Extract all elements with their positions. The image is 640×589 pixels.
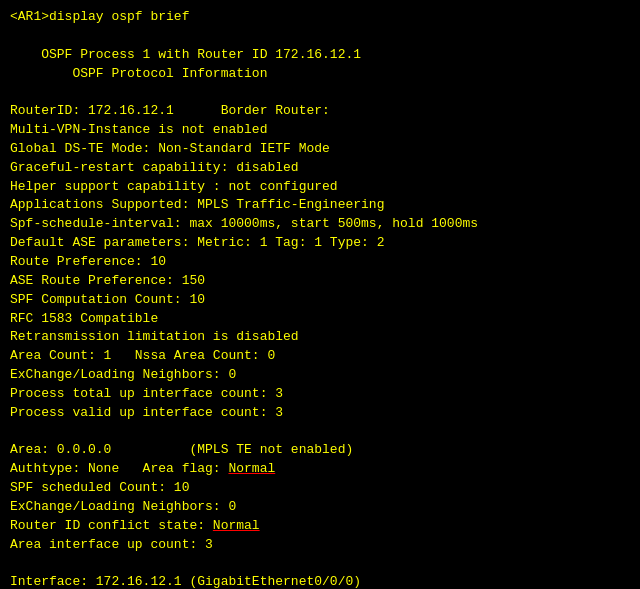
exchange-line2: ExChange/Loading Neighbors: 0 — [10, 498, 630, 517]
ase-pref-line: ASE Route Preference: 150 — [10, 272, 630, 291]
spf-sched-count-line: SPF scheduled Count: 10 — [10, 479, 630, 498]
exchange-line: ExChange/Loading Neighbors: 0 — [10, 366, 630, 385]
blank-line-2 — [10, 83, 630, 102]
spf-count-line: SPF Computation Count: 10 — [10, 291, 630, 310]
total-iface-line: Process total up interface count: 3 — [10, 385, 630, 404]
rfc-line: RFC 1583 Compatible — [10, 310, 630, 329]
area-iface-line: Area interface up count: 3 — [10, 536, 630, 555]
area-flag-normal: Normal — [228, 461, 275, 476]
apps-line: Applications Supported: MPLS Traffic-Eng… — [10, 196, 630, 215]
interface-line: Interface: 172.16.12.1 (GigabitEthernet0… — [10, 573, 630, 589]
ospf-header-1: OSPF Process 1 with Router ID 172.16.12.… — [10, 46, 630, 65]
ds-te-line: Global DS-TE Mode: Non-Standard IETF Mod… — [10, 140, 630, 159]
helper-line: Helper support capability : not configur… — [10, 178, 630, 197]
spf-schedule-line: Spf-schedule-interval: max 10000ms, star… — [10, 215, 630, 234]
route-pref-line: Route Preference: 10 — [10, 253, 630, 272]
area-count-line: Area Count: 1 Nssa Area Count: 0 — [10, 347, 630, 366]
blank-line-3 — [10, 423, 630, 442]
prompt-line: <AR1>display ospf brief — [10, 8, 630, 27]
multi-vpn-line: Multi-VPN-Instance is not enabled — [10, 121, 630, 140]
retransmit-line: Retransmission limitation is disabled — [10, 328, 630, 347]
conflict-line: Router ID conflict state: Normal — [10, 517, 630, 536]
blank-line-4 — [10, 554, 630, 573]
ase-params-line: Default ASE parameters: Metric: 1 Tag: 1… — [10, 234, 630, 253]
router-id-line: RouterID: 172.16.12.1 Border Router: — [10, 102, 630, 121]
terminal: <AR1>display ospf brief OSPF Process 1 w… — [0, 0, 640, 589]
authtype-line: Authtype: None Area flag: Normal — [10, 460, 630, 479]
blank-line-1 — [10, 27, 630, 46]
ospf-header-2: OSPF Protocol Information — [10, 65, 630, 84]
area-line: Area: 0.0.0.0 (MPLS TE not enabled) — [10, 441, 630, 460]
conflict-state-normal: Normal — [213, 518, 260, 533]
graceful-line: Graceful-restart capability: disabled — [10, 159, 630, 178]
valid-iface-line: Process valid up interface count: 3 — [10, 404, 630, 423]
